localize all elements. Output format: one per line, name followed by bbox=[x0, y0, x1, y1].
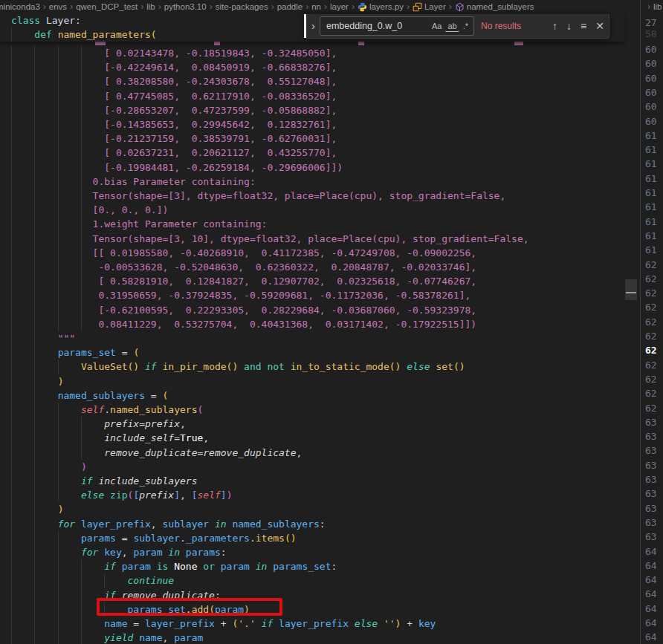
class-icon bbox=[413, 2, 422, 12]
find-previous-button[interactable]: ↑ bbox=[552, 20, 557, 32]
code-token: include_self bbox=[104, 432, 174, 443]
breadcrumb-item[interactable]: miniconda3 bbox=[0, 2, 40, 11]
find-in-selection-toggle[interactable]: ≡ bbox=[580, 20, 586, 32]
scrollbar-slider[interactable] bbox=[625, 279, 637, 300]
code-token: [ 0.38208580, -0.24303678, 0.55127048], bbox=[104, 76, 337, 87]
code-token: True bbox=[180, 432, 203, 443]
breadcrumb-item[interactable]: lib bbox=[146, 2, 155, 11]
code-token: ) bbox=[58, 376, 64, 387]
breadcrumb-item[interactable]: envs bbox=[49, 2, 67, 11]
code-token: ( bbox=[197, 404, 203, 415]
find-next-button[interactable]: ↓ bbox=[566, 20, 572, 32]
code-token: layer_prefix bbox=[81, 518, 151, 530]
vertical-scrollbar[interactable] bbox=[624, 13, 639, 644]
indent-guide bbox=[58, 559, 59, 573]
code-token bbox=[209, 518, 215, 530]
code-editor[interactable]: [ 0.02143478, -0.18519843, -0.32485050],… bbox=[0, 0, 624, 644]
indent-guide bbox=[34, 303, 35, 317]
breadcrumb-label: layer bbox=[330, 2, 349, 11]
regex-toggle[interactable]: .* bbox=[461, 21, 470, 31]
code-line: [-0.14385653, 0.29945642, 0.12832761], bbox=[0, 117, 624, 131]
breadcrumb-item[interactable]: layer bbox=[330, 2, 349, 11]
code-line: for key, param in params: bbox=[0, 545, 624, 559]
code-token: def bbox=[34, 29, 51, 40]
code-token: """ bbox=[58, 333, 75, 344]
line-number: 61 bbox=[645, 157, 663, 171]
breadcrumb-item[interactable]: site-packages bbox=[216, 2, 268, 11]
code-token: name bbox=[139, 632, 162, 643]
method-icon bbox=[455, 2, 465, 12]
code-token bbox=[238, 361, 244, 372]
indent-guide bbox=[11, 288, 12, 302]
code-token: or bbox=[203, 561, 215, 572]
indent-guide bbox=[11, 631, 12, 644]
code-line: [ 0.58281910, 0.12841827, 0.12907702, 0.… bbox=[0, 274, 624, 288]
code-token: ) bbox=[81, 461, 87, 472]
code-token: in bbox=[256, 561, 268, 572]
indent-guide bbox=[34, 232, 35, 246]
indent-guide bbox=[58, 246, 59, 260]
search-input[interactable] bbox=[325, 20, 428, 32]
code-token: layer_prefix bbox=[145, 618, 215, 629]
indent-guide bbox=[34, 288, 35, 302]
chevron-right-icon: › bbox=[647, 1, 650, 12]
code-token: set bbox=[436, 361, 453, 372]
breadcrumb-item[interactable]: Layer bbox=[413, 2, 446, 12]
line-number: 62 bbox=[645, 386, 663, 400]
breadcrumb-item[interactable]: lib bbox=[653, 2, 662, 11]
line-number: 63 bbox=[645, 429, 663, 443]
indent-guide bbox=[11, 175, 12, 189]
breadcrumb: miniconda3›envs›qwen_DCP_test›lib›python… bbox=[0, 0, 635, 13]
indent-guide bbox=[58, 545, 59, 559]
breadcrumb-item[interactable]: python3.10 bbox=[164, 2, 207, 11]
indent-guide bbox=[11, 117, 12, 131]
indent-guide bbox=[58, 60, 59, 74]
indent-guide bbox=[58, 488, 59, 502]
code-token bbox=[104, 489, 110, 501]
indent-guide bbox=[11, 460, 12, 474]
breadcrumb-item[interactable]: nn bbox=[311, 2, 321, 11]
line-number: 62 bbox=[645, 286, 663, 300]
indent-guide bbox=[58, 175, 59, 189]
code-token: for bbox=[58, 518, 75, 530]
indent-guide bbox=[11, 345, 12, 360]
code-line: include_self=True, bbox=[0, 431, 624, 445]
breadcrumb-item[interactable]: qwen_DCP_test bbox=[76, 2, 138, 11]
code-token bbox=[52, 29, 58, 40]
code-token: : bbox=[320, 518, 326, 530]
indent-guide bbox=[34, 374, 35, 388]
code-token: ValueSet bbox=[81, 361, 128, 372]
code-line: 0.08411229, 0.53275704, 0.40431368, 0.03… bbox=[0, 317, 624, 331]
code-token: continue bbox=[128, 575, 175, 586]
code-line: name = layer_prefix + ('.' if layer_pref… bbox=[0, 617, 624, 631]
whole-word-toggle[interactable]: ab bbox=[445, 21, 459, 32]
breadcrumb-item[interactable]: paddle bbox=[277, 2, 303, 11]
indent-guide bbox=[11, 374, 12, 388]
close-find-button[interactable]: ✕ bbox=[595, 20, 604, 32]
code-token: = bbox=[174, 432, 180, 443]
code-line: [ 0.47745085, 0.62117910, -0.08336520], bbox=[0, 89, 624, 103]
line-number: 61 bbox=[645, 243, 663, 257]
code-token: if bbox=[104, 561, 116, 572]
indent-guide bbox=[58, 417, 59, 431]
indent-guide bbox=[11, 517, 12, 531]
breadcrumb-item[interactable]: named_sublayers bbox=[455, 2, 534, 12]
secondary-editor-pane[interactable]: › lib 2758606060606060616161616161616161… bbox=[640, 0, 663, 644]
code-token: = bbox=[128, 618, 145, 629]
toggle-replace-chevron-icon[interactable]: › bbox=[311, 19, 315, 32]
code-token: self bbox=[81, 404, 104, 415]
indent-guide bbox=[11, 573, 12, 588]
line-number: 60 bbox=[645, 42, 663, 56]
code-line: Tensor(shape=[3, 10], dtype=float32, pla… bbox=[0, 232, 624, 246]
code-line: for layer_prefix, sublayer in named_subl… bbox=[0, 517, 624, 531]
indent-guide bbox=[11, 189, 12, 203]
find-widget-sash[interactable] bbox=[304, 14, 306, 38]
code-line: self.named_sublayers( bbox=[0, 403, 624, 417]
code-token: () bbox=[128, 361, 140, 372]
indent-guide bbox=[58, 217, 59, 231]
breadcrumb-item[interactable]: layers.py bbox=[358, 2, 404, 12]
indent-guide bbox=[81, 260, 82, 274]
match-case-toggle[interactable]: Aa bbox=[430, 21, 444, 31]
indent-guide bbox=[11, 602, 12, 617]
indent-guide bbox=[58, 203, 59, 217]
